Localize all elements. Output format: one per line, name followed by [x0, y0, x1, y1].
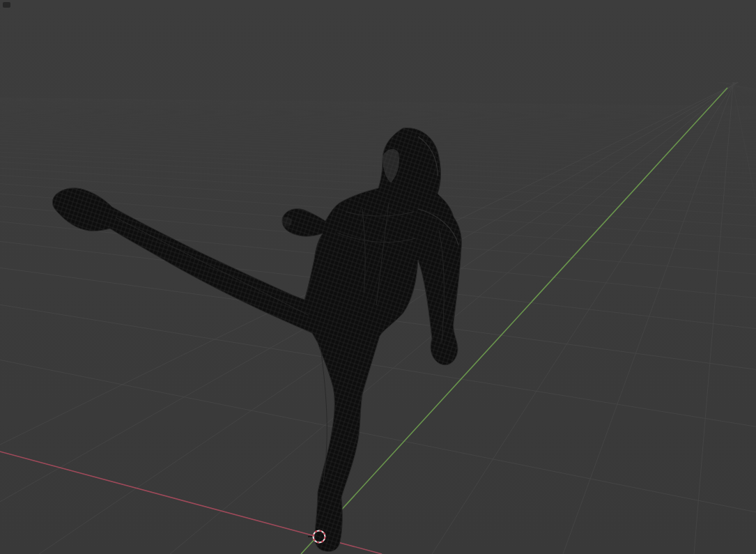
viewport-3d[interactable] [0, 0, 756, 554]
glove-highlight [282, 217, 292, 226]
scene-canvas[interactable] [0, 0, 756, 554]
corner-artifact [3, 2, 10, 8]
